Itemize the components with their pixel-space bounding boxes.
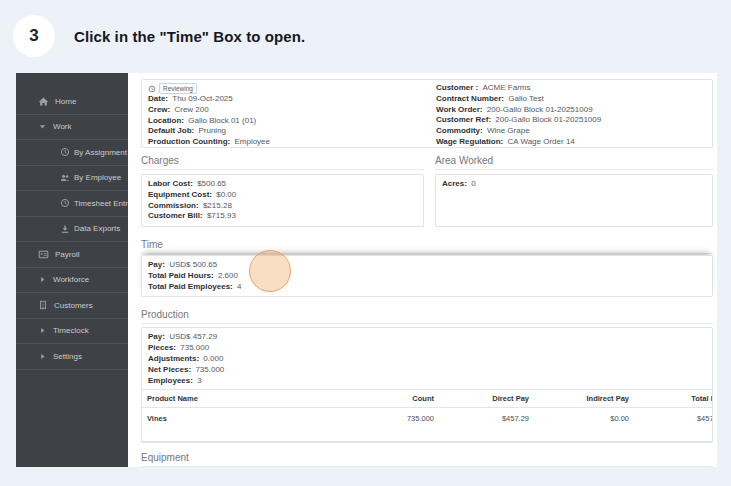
job-summary-left: Reviewing Date: Thu 09-Oct-2025 Crew: Cr… [148, 83, 436, 148]
sidebar-item-label: Home [55, 97, 76, 106]
sidebar-item-label: Workforce [53, 275, 89, 284]
job-field: Default Job: Pruning [148, 126, 436, 137]
cell-product: Vines [142, 408, 312, 442]
table-header-row: Product Name Count Direct Pay Indirect P… [142, 390, 713, 408]
sidebar-item-label: By Employee [74, 173, 121, 182]
main-content: Reviewing Date: Thu 09-Oct-2025 Crew: Cr… [128, 73, 717, 467]
idcard-icon [38, 249, 49, 260]
production-heading: Production [141, 309, 713, 324]
status-badge: Reviewing [159, 83, 197, 94]
production-box: Pay: USD$ 457.29 Pieces: 735.000 Adjustm… [141, 327, 713, 443]
job-field: Date: Thu 09-Oct-2025 [148, 94, 436, 105]
job-summary-right: Customer : ACME Farms Contract Number: G… [436, 83, 706, 148]
col-total-pay: Total Pay [631, 390, 713, 408]
sidebar-item-label: Timeclock [53, 326, 89, 335]
col-direct-pay: Direct Pay [436, 390, 531, 408]
building-icon [38, 300, 48, 310]
equipment-heading: Equipment [141, 452, 713, 467]
job-field: Location: Gallo Block 01 (01) [148, 116, 436, 127]
area-worked-heading: Area Worked [435, 155, 713, 170]
sidebar-item-timeclock[interactable]: Timeclock [16, 319, 128, 345]
job-field: Commodity: Wine Grape [436, 126, 706, 137]
sidebar-item-timesheet-entry[interactable]: Timesheet Entry [16, 191, 128, 217]
caret-down-icon [38, 122, 47, 131]
job-summary-card: Reviewing Date: Thu 09-Oct-2025 Crew: Cr… [141, 79, 713, 148]
users-icon [60, 173, 70, 183]
charges-box: Labor Cost: $500.65 Equipment Cost: $0.0… [141, 174, 424, 227]
caret-right-icon [38, 326, 47, 335]
sidebar-item-data-exports[interactable]: Data Exports [16, 217, 128, 243]
cell-indirect-pay: $0.00 [531, 408, 631, 442]
sidebar-item-work[interactable]: Work [16, 115, 128, 141]
sidebar-item-label: Settings [53, 352, 82, 361]
app-screenshot: Home Work By Assignment By Employee Time… [16, 73, 717, 467]
clock-history-icon [148, 85, 156, 93]
sidebar-item-customers[interactable]: Customers [16, 293, 128, 319]
sidebar-item-workforce[interactable]: Workforce [16, 268, 128, 294]
time-box[interactable]: Pay: USD$ 500.65 Total Paid Hours: 2.600… [141, 255, 713, 297]
sidebar: Home Work By Assignment By Employee Time… [16, 73, 128, 467]
sidebar-item-label: Payroll [55, 250, 79, 259]
sidebar-item-home[interactable]: Home [16, 89, 128, 115]
instruction-text: Click in the "Time" Box to open. [74, 0, 305, 73]
cell-direct-pay: $457.29 [436, 408, 531, 442]
job-field: Wage Regulation: CA Wage Order 14 [436, 137, 706, 148]
step-number: 3 [13, 15, 55, 57]
sidebar-item-settings[interactable]: Settings [16, 344, 128, 370]
time-heading: Time [141, 239, 713, 254]
sidebar-item-label: Timesheet Entry [74, 199, 132, 208]
job-field: Crew: Crew 200 [148, 105, 436, 116]
table-row: Vines 735.000 $457.29 $0.00 $457.29 [142, 408, 713, 442]
job-field: Contract Number: Gallo Test [436, 94, 706, 105]
job-field: Customer Ref: 200-Gallo Block 01-2025100… [436, 115, 706, 126]
clock-icon [60, 198, 70, 208]
cell-count: 735.000 [312, 408, 436, 442]
sidebar-item-by-employee[interactable]: By Employee [16, 166, 128, 192]
col-product-name: Product Name [142, 390, 312, 408]
cell-total-pay: $457.29 [631, 408, 713, 442]
sidebar-item-label: By Assignment [74, 148, 127, 157]
col-count: Count [312, 390, 436, 408]
download-icon [60, 224, 70, 234]
sidebar-item-by-assignment[interactable]: By Assignment [16, 140, 128, 166]
caret-right-icon [38, 275, 47, 284]
click-highlight [249, 250, 291, 292]
sidebar-item-payroll[interactable]: Payroll [16, 242, 128, 268]
production-table: Product Name Count Direct Pay Indirect P… [142, 389, 713, 442]
instruction-banner: 3 Click in the "Time" Box to open. [0, 0, 731, 73]
sidebar-item-label: Customers [54, 301, 93, 310]
sidebar-item-label: Data Exports [74, 224, 120, 233]
job-field: Work Order: 200-Gallo Block 01-20251009 [436, 105, 706, 116]
area-worked-box: Acres: 0 [435, 174, 713, 227]
home-icon [38, 96, 49, 107]
job-field: Customer : ACME Farms [436, 83, 706, 94]
clock-icon [60, 147, 70, 157]
caret-right-icon [38, 352, 47, 361]
job-field: Production Counting: Employee [148, 137, 436, 148]
sidebar-item-label: Work [53, 122, 72, 131]
charges-heading: Charges [141, 155, 424, 170]
col-indirect-pay: Indirect Pay [531, 390, 631, 408]
